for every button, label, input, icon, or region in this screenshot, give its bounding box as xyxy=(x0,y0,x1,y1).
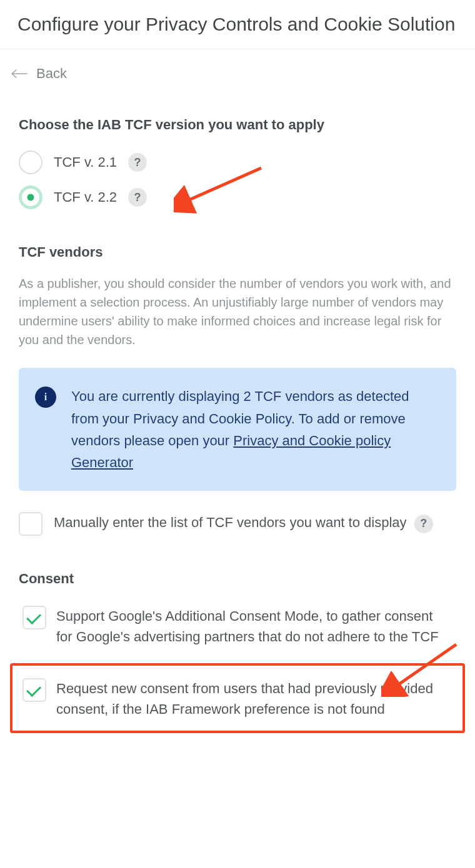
help-icon[interactable]: ? xyxy=(414,515,433,533)
back-button[interactable]: Back xyxy=(11,66,67,82)
info-banner: i You are currently displaying 2 TCF ven… xyxy=(19,368,456,491)
consent-heading: Consent xyxy=(19,571,456,587)
radio-label-tcf-2-1: TCF v. 2.1 xyxy=(54,154,117,170)
radio-label-tcf-2-2: TCF v. 2.2 xyxy=(54,189,117,205)
info-icon: i xyxy=(35,387,56,408)
tcf-vendors-description: As a publisher, you should consider the … xyxy=(19,274,456,349)
help-icon[interactable]: ? xyxy=(128,188,147,207)
info-banner-text: You are currently displaying 2 TCF vendo… xyxy=(71,385,438,473)
checkbox-manual-vendors-label: Manually enter the list of TCF vendors y… xyxy=(54,515,407,530)
checkbox-manual-vendors[interactable] xyxy=(19,512,42,536)
arrow-left-icon xyxy=(11,69,28,78)
back-label: Back xyxy=(36,66,67,82)
radio-tcf-2-2[interactable] xyxy=(19,185,42,209)
radio-tcf-2-1[interactable] xyxy=(19,150,42,174)
checkbox-request-new-consent[interactable] xyxy=(22,678,46,702)
tcf-vendors-heading: TCF vendors xyxy=(19,244,456,260)
page-title: Configure your Privacy Controls and Cook… xyxy=(18,12,458,36)
help-icon[interactable]: ? xyxy=(128,153,147,172)
checkbox-google-acm-label: Support Google's Additional Consent Mode… xyxy=(56,606,452,647)
checkbox-request-new-consent-label: Request new consent from users that had … xyxy=(56,678,452,719)
tcf-version-heading: Choose the IAB TCF version you want to a… xyxy=(19,117,456,133)
checkbox-google-acm[interactable] xyxy=(22,606,46,629)
annotation-highlight-box: Request new consent from users that had … xyxy=(10,663,465,733)
